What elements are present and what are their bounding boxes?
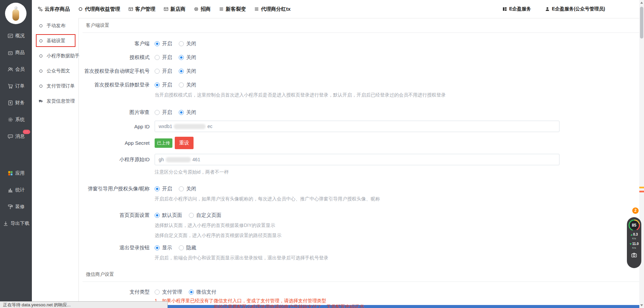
sidebar-item-商品[interactable]: 商品 (0, 44, 32, 61)
grid-icon (128, 6, 133, 12)
radio-group: 开启 关闭 (155, 82, 203, 88)
radio-label-off[interactable]: 关闭 (186, 186, 196, 192)
radio-on-selected[interactable] (155, 82, 160, 87)
radio-pay-manage[interactable] (155, 290, 160, 295)
circle-icon (39, 39, 43, 43)
scrollbar-up-arrow-icon[interactable] (640, 2, 643, 4)
radio-label-off[interactable]: 关闭 (186, 41, 196, 47)
submenu-label: 支付管理订单 (47, 83, 75, 89)
sidebar-item-概况[interactable]: 概况 (0, 27, 32, 44)
redaction-blur (166, 157, 191, 162)
sidebar-item-订单[interactable]: 订单 (0, 78, 32, 95)
radio-show-selected[interactable] (155, 245, 160, 250)
nav-label: 云库存商品 (45, 6, 70, 12)
radio-on[interactable] (155, 55, 160, 60)
gear-icon (7, 117, 13, 123)
submenu-item-小程序数据助手[interactable]: 小程序数据助手 (32, 48, 78, 63)
radio-off[interactable] (179, 82, 184, 87)
radio-label-hide[interactable]: 隐藏 (186, 245, 196, 251)
topnav-right-item-1[interactable]: E企盈服务 (502, 6, 531, 12)
radio-wechat-pay-selected[interactable] (189, 290, 194, 295)
nav-label: 代理商收益管理 (85, 6, 120, 12)
sidebar-item-消息[interactable]: 消息··· (0, 128, 32, 145)
network-monitor-widget[interactable]: 85 0.3 K/s 11.0 K/s (627, 217, 641, 268)
topnav-item-1[interactable]: 云库存商品 (38, 6, 70, 12)
radio-off-selected[interactable] (179, 69, 184, 74)
radio-label-on[interactable]: 开启 (162, 68, 172, 74)
radio-label-pay-manage[interactable]: 支付管理 (162, 289, 182, 295)
nav-label: 招商 (201, 6, 211, 12)
circle-icon (39, 23, 43, 28)
warning-text-1: 1、如果小程序里已经没有了微信支付入口，变成了支付管理，请选择支付管理类型 (155, 298, 639, 304)
radio-on-selected[interactable] (155, 186, 160, 191)
radio-off-selected[interactable] (179, 55, 184, 60)
sidebar-item-应用[interactable]: 应用 (0, 165, 32, 182)
submenu-item-基础设置[interactable]: 基础设置 (32, 33, 78, 48)
topnav-item-5[interactable]: 招商 (194, 6, 211, 12)
radio-on-selected[interactable] (155, 41, 160, 46)
submenu-label: 基础设置 (47, 38, 65, 44)
radio-off[interactable] (179, 41, 184, 46)
radio-label-on[interactable]: 开启 (162, 41, 172, 47)
radio-group: 开启 关闭 (155, 109, 203, 116)
topnav-item-4[interactable]: 新店商 (163, 6, 185, 12)
radio-label-wechat-pay[interactable]: 微信支付 (196, 289, 216, 295)
radio-custom[interactable] (189, 213, 194, 218)
score-ring[interactable]: 85 (629, 220, 640, 231)
radio-label-off[interactable]: 关闭 (186, 54, 196, 61)
menu-icon (219, 6, 224, 12)
original-id-input[interactable]: gh 461 (155, 154, 559, 165)
sidebar-item-财务[interactable]: 财务 (0, 95, 32, 111)
scrollbar-down-arrow-icon[interactable] (640, 304, 643, 306)
scrollbar-thumb[interactable] (640, 7, 643, 39)
down-speed-value: 11.0 (632, 242, 639, 246)
reset-button[interactable]: 重设 (175, 137, 194, 149)
radio-default-selected[interactable] (155, 213, 160, 218)
sidebar-item-导出下载[interactable]: 导出下载 (0, 215, 32, 232)
topnav-right-item-2[interactable]: E企盈服务(公众号管理员) (545, 6, 605, 12)
screenshot-camera-icon[interactable] (631, 252, 637, 258)
radio-label-default[interactable]: 默认页面 (162, 212, 182, 219)
user-icon (545, 6, 550, 12)
sidebar-group-2: 应用统计装修导出下载 (0, 165, 32, 232)
radio-label-off[interactable]: 关闭 (186, 109, 196, 116)
radio-off-selected[interactable] (179, 110, 184, 115)
form-row-pay-type: 支付类型 支付管理 微信支付 (79, 289, 639, 295)
submenu-item-手动发布[interactable]: 手动发布 (32, 18, 78, 33)
sidebar-label: 装修 (15, 204, 25, 210)
radio-label-custom[interactable]: 自定义页面 (196, 212, 221, 219)
submenu-item-发货信息管理[interactable]: 发货信息管理 (32, 94, 78, 109)
sidebar-item-统计[interactable]: 统计 (0, 182, 32, 198)
topnav-item-6[interactable]: 新客裂变 (219, 6, 246, 12)
topnav-item-7[interactable]: 代理商分红tx (254, 6, 290, 12)
radio-label-show[interactable]: 显示 (162, 245, 172, 251)
radio-label-off[interactable]: 关闭 (186, 68, 196, 74)
submenu-label: 手动发布 (47, 23, 65, 29)
radio-on[interactable] (155, 110, 160, 115)
radio-label-on[interactable]: 开启 (162, 186, 172, 192)
topnav-item-3[interactable]: 客户管理 (128, 6, 155, 12)
submenu-item-公众号图文[interactable]: 公众号图文 (32, 63, 78, 78)
browser-status-tooltip: 正在等待 data.yeesoo.net 的响应... (0, 301, 168, 308)
radio-group: 显示 隐藏 (155, 245, 203, 251)
sidebar-item-系统[interactable]: 系统 (0, 111, 32, 128)
radio-label-on[interactable]: 开启 (162, 109, 172, 116)
submenu-item-支付管理订单[interactable]: 支付管理订单 (32, 78, 78, 94)
radio-on[interactable] (155, 69, 160, 74)
score-value: 85 (630, 221, 639, 230)
monitor-notification-badge[interactable]: 2 (632, 207, 639, 214)
sidebar-item-会员[interactable]: 会员 (0, 61, 32, 78)
radio-label-off[interactable]: 关闭 (186, 82, 196, 88)
topnav-item-2[interactable]: 代理商收益管理 (78, 6, 120, 12)
radio-label-on[interactable]: 开启 (162, 54, 172, 61)
radio-off[interactable] (179, 186, 184, 191)
radio-hide[interactable] (179, 245, 184, 250)
app-id-input[interactable]: wxdb1 ec (155, 121, 559, 132)
sidebar-label: 统计 (15, 187, 25, 193)
avatar[interactable] (5, 3, 26, 24)
sidebar-item-装修[interactable]: 装修 (0, 198, 32, 215)
radio-label-on[interactable]: 开启 (162, 82, 172, 88)
nav-label: 客户管理 (135, 6, 155, 12)
field-label: 授权模式 (79, 54, 155, 61)
sidebar-label: 导出下载 (11, 221, 30, 227)
